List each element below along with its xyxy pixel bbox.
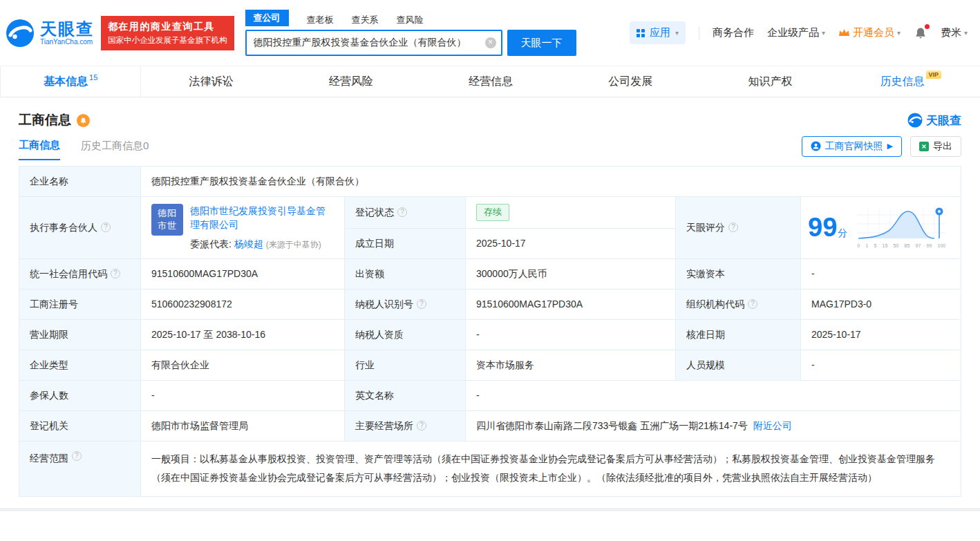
company-nav-tabs: 基本信息 15 法律诉讼 经营风险 经营信息 公司发展 知识产权 历史信息 VI… (0, 66, 980, 97)
help-icon[interactable]: ? (72, 451, 82, 461)
search-tab-risk[interactable]: 查风险 (397, 14, 424, 26)
clear-icon[interactable]: × (485, 37, 496, 48)
tab-label: 公司发展 (608, 75, 652, 89)
menu-open-vip[interactable]: 开通会员 ▾ (838, 26, 901, 39)
excel-icon (919, 142, 929, 151)
label-text: 登记机关 (30, 419, 68, 433)
official-snapshot-button[interactable]: 工商官网快照 ▶ (802, 136, 902, 157)
company-name-value: 德阳投控重产股权投资基金合伙企业（有限合伙） (141, 167, 961, 197)
label-text: 营业期限 (30, 328, 68, 341)
help-icon[interactable]: ? (111, 269, 120, 278)
insured-count-label: 参保人数 (19, 381, 141, 411)
label-text: 执行事务合伙人 (30, 220, 97, 234)
help-icon[interactable]: ? (397, 207, 407, 217)
approve-date-value: 2025-10-17 (801, 320, 961, 350)
staff-size-value: - (801, 350, 961, 381)
delegate-name-link[interactable]: 杨竣超 (234, 238, 263, 249)
apps-label: 应用 (650, 26, 670, 39)
tianyancha-logo-icon (907, 113, 923, 128)
business-scope-value: 一般项目：以私募基金从事股权投资、投资管理、资产管理等活动（须在中国证券投资基金… (141, 442, 961, 497)
section-divider (0, 508, 980, 511)
approve-date-label: 核准日期 (676, 320, 801, 350)
tab-operation-info[interactable]: 经营信息 (421, 66, 560, 97)
search-input-wrap: × (245, 30, 502, 56)
section-title-group: 工商信息 (19, 111, 90, 129)
score-value: 99分 0151550859799100 (801, 197, 961, 259)
label-text: 纳税人资质 (355, 328, 404, 341)
tab-history-info[interactable]: 历史信息 VIP (840, 66, 980, 97)
label-text: 经营范围 (30, 451, 68, 465)
tab-company-development[interactable]: 公司发展 (560, 66, 700, 97)
crown-icon (838, 28, 850, 37)
tab-legal-proceedings[interactable]: 法律诉讼 (141, 66, 281, 97)
company-name-label: 企业名称 (19, 167, 141, 197)
promo-line1: 都在用的商业查询工具 (108, 21, 227, 33)
search-tab-relation[interactable]: 查关系 (352, 14, 379, 26)
tab-intellectual-property[interactable]: 知识产权 (700, 66, 840, 97)
establish-date-value: 2025-10-17 (466, 229, 676, 259)
logo-text: 天眼查 TianYanCha.com (40, 20, 94, 46)
label-text: 出资额 (355, 267, 384, 281)
snapshot-badge-icon (811, 141, 821, 151)
taxpayer-id-value: 91510600MAG17PD30A (466, 290, 676, 320)
help-icon[interactable]: ? (728, 222, 738, 232)
search-area: 查公司 查老板 查关系 查风险 × 天眼一下 (245, 10, 576, 56)
partner-logo-line1: 德阳 (158, 207, 177, 220)
nearby-companies-link[interactable]: 附近公司 (753, 419, 792, 433)
taxpayer-quality-label: 纳税人资质 (345, 320, 466, 350)
search-tab-company[interactable]: 查公司 (245, 10, 289, 26)
org-code-value: MAG17PD3-0 (801, 290, 961, 320)
label-text: 成立日期 (355, 236, 394, 250)
menu-divider (699, 27, 699, 39)
top-bar: 天眼查 TianYanCha.com 都在用的商业查询工具 国家中小企业发展子基… (0, 0, 980, 66)
partner-logo[interactable]: 德阳 市世 (151, 204, 183, 236)
partner-company-link[interactable]: 德阳市世纪发展投资引导基金管理有限公司 (190, 205, 326, 230)
help-icon[interactable]: ? (748, 299, 757, 309)
chevron-down-icon: ▾ (822, 29, 825, 37)
export-button[interactable]: 导出 (910, 136, 961, 157)
label-text: 主要经营场所 (355, 419, 413, 433)
user-menu[interactable]: 费米 ▾ (941, 26, 968, 39)
apps-menu[interactable]: 应用 ▾ (630, 21, 686, 44)
score-chart: 0151550859799100 (857, 206, 945, 249)
help-icon[interactable]: ? (101, 222, 111, 232)
english-name-label: 英文名称 (345, 381, 466, 411)
business-info-table: 企业名称 德阳投控重产股权投资基金合伙企业（有限合伙） 执行事务合伙人 ? 德阳… (19, 166, 961, 497)
insured-count-value: - (141, 381, 345, 411)
staff-size-label: 人员规模 (676, 350, 801, 381)
label-text: 工商注册号 (30, 297, 78, 311)
tab-label: 基本信息 (44, 75, 88, 89)
tab-operation-risk[interactable]: 经营风险 (281, 66, 421, 97)
label-text: 登记状态 (355, 205, 394, 219)
chevron-down-icon: ▾ (964, 29, 968, 37)
reg-number-label: 工商注册号 (19, 290, 141, 320)
tab-basic-info[interactable]: 基本信息 15 (0, 66, 141, 97)
tianyancha-logo[interactable]: 天眼查 TianYanCha.com (6, 19, 94, 48)
label-text: 组织机构代码 (686, 297, 744, 311)
tab-label: 经营信息 (469, 75, 513, 89)
executive-partner-label: 执行事务合伙人 ? (19, 197, 141, 259)
subtab-history-business-info[interactable]: 历史工商信息0 (81, 133, 149, 160)
search-row: × 天眼一下 (245, 30, 576, 56)
official-snapshot-label: 工商官网快照 (825, 140, 883, 153)
help-icon[interactable]: ? (417, 421, 426, 430)
org-code-label: 组织机构代码 ? (676, 290, 801, 320)
help-icon[interactable]: ? (417, 299, 426, 309)
subtab-row: 工商信息 历史工商信息0 工商官网快照 ▶ 导出 (0, 132, 980, 160)
search-input[interactable] (245, 30, 502, 56)
industry-label: 行业 (345, 350, 466, 381)
search-button[interactable]: 天眼一下 (507, 30, 576, 56)
chevron-down-icon: ▾ (675, 29, 679, 37)
menu-business-cooperation[interactable]: 商务合作 (713, 26, 754, 39)
english-name-value: - (466, 381, 961, 411)
search-tab-boss[interactable]: 查老板 (307, 14, 334, 26)
partner-logo-line2: 市世 (158, 220, 177, 232)
promo-banner: 都在用的商业查询工具 国家中小企业发展子基金旗下机构 (101, 16, 234, 50)
subtab-business-info[interactable]: 工商信息 (19, 132, 60, 160)
company-type-label: 企业类型 (19, 350, 141, 381)
notification-bell[interactable] (914, 26, 927, 40)
label-text: 天眼评分 (686, 220, 725, 234)
subscribe-bell-icon[interactable] (77, 114, 90, 127)
menu-enterprise-products[interactable]: 企业级产品 ▾ (767, 26, 825, 39)
label-text: 企业类型 (30, 358, 68, 372)
